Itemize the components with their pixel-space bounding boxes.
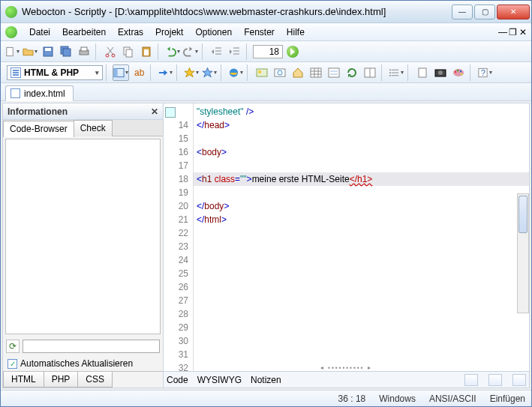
svg-point-33	[455, 70, 456, 72]
svg-rect-4	[63, 49, 71, 56]
svg-point-27	[389, 72, 391, 73]
scrollbar-thumb[interactable]	[518, 196, 527, 233]
status-os: Windows	[379, 394, 416, 404]
lang-tab-html[interactable]: HTML	[3, 372, 44, 388]
menu-fenster[interactable]: Fenster	[238, 25, 281, 39]
auto-update-checkbox[interactable]: ✓	[8, 359, 17, 369]
svg-point-36	[461, 73, 462, 74]
statusbar: 36 : 18 Windows ANSI/ASCII Einfügen	[1, 390, 531, 406]
svg-rect-6	[81, 47, 87, 51]
svg-rect-29	[419, 68, 426, 77]
view-tab-notizen[interactable]: Notizen	[251, 375, 281, 385]
horizontal-scroll-hint: ◂ ▪▪▪▪▪▪▪▪▪▪ ▸	[320, 364, 372, 371]
frames-button[interactable]	[362, 64, 378, 81]
code-body[interactable]: "stylesheet" /></head><body><h1 class=""…	[194, 103, 529, 371]
minimize-button[interactable]: —	[452, 4, 473, 19]
panel-toggle-button[interactable]	[113, 64, 129, 81]
app-logo-icon	[5, 26, 17, 38]
menu-hilfe[interactable]: Hilfe	[281, 25, 311, 39]
file-tabstrip: index.html	[1, 83, 531, 101]
status-encoding: ANSI/ASCII	[429, 394, 476, 404]
cut-button[interactable]	[102, 43, 119, 60]
new-file-button[interactable]	[4, 43, 20, 60]
svg-rect-10	[126, 49, 132, 57]
browser-ie-button[interactable]	[227, 64, 244, 81]
save-all-button[interactable]	[58, 43, 74, 60]
goto-line-input[interactable]	[253, 45, 283, 58]
side-tabs: Code-Browser Check	[3, 120, 163, 136]
side-panel-close-button[interactable]: ✕	[151, 106, 158, 117]
svg-rect-2	[45, 48, 51, 51]
insert-link-button[interactable]	[272, 64, 288, 81]
language-tabs: HTML PHP CSS	[3, 371, 163, 388]
screenshot-button[interactable]	[432, 64, 449, 81]
svg-text:?: ?	[481, 67, 485, 76]
form-button[interactable]	[326, 64, 342, 81]
print-button[interactable]	[76, 43, 92, 60]
copy-button[interactable]	[120, 43, 137, 60]
vertical-scrollbar[interactable]	[517, 193, 529, 313]
app-icon	[5, 6, 17, 18]
app-window: Webocton - Scriptly - [D:\xampplite\htdo…	[0, 0, 532, 407]
split-view-3-button[interactable]	[512, 374, 526, 386]
menubar: Datei Bearbeiten Extras Projekt Optionen…	[1, 23, 531, 41]
refresh-button[interactable]	[344, 64, 360, 81]
menu-optionen[interactable]: Optionen	[189, 25, 238, 39]
paste-button[interactable]	[138, 43, 155, 60]
outdent-button[interactable]	[209, 43, 225, 60]
indent-button[interactable]	[227, 43, 243, 60]
redo-button[interactable]	[182, 43, 199, 60]
code-area[interactable]: 14151617181920212223242526272829303132 "…	[164, 103, 529, 371]
browser-preview-arrow[interactable]	[157, 64, 173, 81]
filter-combo[interactable]	[23, 340, 160, 353]
svg-point-31	[438, 70, 443, 75]
refresh-tree-button[interactable]: ⟳	[6, 340, 20, 353]
code-browser-tree[interactable]	[5, 139, 161, 334]
view-tab-wysiwyg[interactable]: WYSIWYG	[197, 375, 242, 385]
window-title: Webocton - Scriptly - [D:\xampplite\htdo…	[22, 6, 452, 17]
color-picker-button[interactable]	[450, 64, 467, 81]
home-button[interactable]	[290, 64, 306, 81]
run-button[interactable]	[284, 43, 301, 60]
split-view-1-button[interactable]	[464, 374, 478, 386]
file-tab-label: index.html	[24, 88, 65, 99]
save-button[interactable]	[40, 43, 56, 60]
side-tab-check[interactable]: Check	[74, 120, 113, 136]
side-tab-code-browser[interactable]: Code-Browser	[3, 121, 74, 137]
list-button[interactable]	[388, 64, 404, 81]
menu-extras[interactable]: Extras	[112, 25, 149, 39]
menu-projekt[interactable]: Projekt	[149, 25, 189, 39]
help-button[interactable]: ?	[476, 64, 493, 81]
close-button[interactable]: ✕	[497, 4, 530, 19]
svg-rect-17	[257, 69, 267, 76]
toolbar-main	[1, 41, 531, 62]
open-file-button[interactable]	[22, 43, 38, 60]
play-icon	[287, 46, 299, 58]
lang-tab-php[interactable]: PHP	[44, 372, 79, 388]
new-doc-button[interactable]	[414, 64, 431, 81]
side-panel: Informationen ✕ Code-Browser Check ⟳ ✓ A…	[3, 103, 164, 388]
split-view-2-button[interactable]	[488, 374, 502, 386]
table-button[interactable]	[308, 64, 324, 81]
undo-button[interactable]	[164, 43, 181, 60]
titlebar: Webocton - Scriptly - [D:\xampplite\htdo…	[1, 1, 531, 23]
favorites-button[interactable]	[183, 64, 200, 81]
language-selector[interactable]: HTML & PHP ▾	[7, 65, 103, 80]
editor-pane: 14151617181920212223242526272829303132 "…	[164, 103, 529, 388]
menu-bearbeiten[interactable]: Bearbeiten	[56, 25, 112, 39]
tag-list-button[interactable]: ab	[131, 64, 147, 81]
view-tab-code[interactable]: Code	[167, 375, 188, 385]
maximize-button[interactable]: ▢	[474, 4, 495, 19]
mdi-close-button[interactable]: ✕	[516, 27, 527, 37]
bookmark-button[interactable]	[201, 64, 218, 81]
mdi-restore-button[interactable]: ❐	[506, 27, 516, 37]
menu-datei[interactable]: Datei	[23, 25, 56, 39]
insert-image-button[interactable]	[254, 64, 270, 81]
svg-point-35	[460, 70, 461, 71]
mdi-minimize-button[interactable]: —	[495, 27, 506, 37]
file-tab-index[interactable]: index.html	[5, 85, 74, 101]
svg-rect-23	[330, 70, 338, 72]
svg-point-26	[389, 69, 391, 70]
svg-rect-22	[329, 68, 339, 77]
lang-tab-css[interactable]: CSS	[77, 372, 113, 388]
